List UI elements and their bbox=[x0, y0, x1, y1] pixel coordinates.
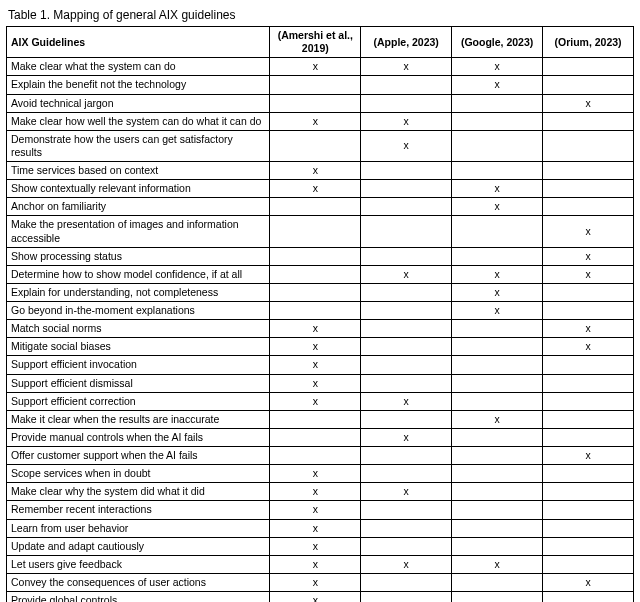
guideline-label: Learn from user behavior bbox=[7, 519, 270, 537]
mark-cell bbox=[543, 465, 634, 483]
table-row: Learn from user behaviorx bbox=[7, 519, 634, 537]
mark-cell bbox=[452, 338, 543, 356]
mark-cell: x bbox=[543, 573, 634, 591]
guideline-label: Demonstrate how the users can get satisf… bbox=[7, 130, 270, 161]
mark-cell: x bbox=[452, 198, 543, 216]
table-row: Remember recent interactionsx bbox=[7, 501, 634, 519]
guideline-label: Avoid technical jargon bbox=[7, 94, 270, 112]
mark-cell bbox=[543, 283, 634, 301]
mark-cell bbox=[452, 247, 543, 265]
mark-cell: x bbox=[361, 428, 452, 446]
mark-cell: x bbox=[452, 265, 543, 283]
mark-cell bbox=[361, 162, 452, 180]
mark-cell bbox=[270, 198, 361, 216]
table-row: Update and adapt cautiouslyx bbox=[7, 537, 634, 555]
mark-cell bbox=[361, 180, 452, 198]
mark-cell bbox=[270, 94, 361, 112]
mark-cell bbox=[361, 356, 452, 374]
mark-cell bbox=[543, 58, 634, 76]
table-row: Make it clear when the results are inacc… bbox=[7, 410, 634, 428]
mark-cell: x bbox=[452, 58, 543, 76]
table-row: Go beyond in-the-moment explanationsx bbox=[7, 302, 634, 320]
mark-cell: x bbox=[543, 447, 634, 465]
mark-cell bbox=[543, 537, 634, 555]
guideline-label: Show processing status bbox=[7, 247, 270, 265]
mark-cell: x bbox=[361, 555, 452, 573]
guideline-label: Go beyond in-the-moment explanations bbox=[7, 302, 270, 320]
mark-cell: x bbox=[452, 410, 543, 428]
guideline-label: Scope services when in doubt bbox=[7, 465, 270, 483]
mark-cell bbox=[452, 112, 543, 130]
table-row: Make the presentation of images and info… bbox=[7, 216, 634, 247]
mark-cell bbox=[543, 356, 634, 374]
mark-cell bbox=[543, 410, 634, 428]
mark-cell: x bbox=[543, 265, 634, 283]
table-row: Support efficient dismissalx bbox=[7, 374, 634, 392]
table-row: Explain the benefit not the technologyx bbox=[7, 76, 634, 94]
mark-cell: x bbox=[361, 483, 452, 501]
mark-cell bbox=[452, 428, 543, 446]
mark-cell bbox=[361, 374, 452, 392]
mark-cell bbox=[452, 573, 543, 591]
mark-cell bbox=[452, 465, 543, 483]
mark-cell bbox=[543, 180, 634, 198]
guideline-label: Support efficient dismissal bbox=[7, 374, 270, 392]
mark-cell bbox=[361, 465, 452, 483]
guideline-label: Update and adapt cautiously bbox=[7, 537, 270, 555]
table-row: Demonstrate how the users can get satisf… bbox=[7, 130, 634, 161]
mark-cell bbox=[452, 374, 543, 392]
mark-cell bbox=[543, 76, 634, 94]
mark-cell bbox=[361, 320, 452, 338]
guideline-label: Provide global controls bbox=[7, 592, 270, 603]
mark-cell: x bbox=[270, 320, 361, 338]
mark-cell bbox=[452, 320, 543, 338]
mark-cell bbox=[361, 198, 452, 216]
mark-cell bbox=[452, 356, 543, 374]
mark-cell bbox=[361, 447, 452, 465]
mark-cell: x bbox=[270, 501, 361, 519]
aix-mapping-table: AIX Guidelines (Amershi et al., 2019) (A… bbox=[6, 26, 634, 602]
table-row: Scope services when in doubtx bbox=[7, 465, 634, 483]
table-row: Explain for understanding, not completen… bbox=[7, 283, 634, 301]
mark-cell bbox=[452, 130, 543, 161]
mark-cell bbox=[270, 130, 361, 161]
guideline-label: Remember recent interactions bbox=[7, 501, 270, 519]
mark-cell bbox=[452, 483, 543, 501]
mark-cell bbox=[543, 592, 634, 603]
mark-cell: x bbox=[270, 180, 361, 198]
mark-cell: x bbox=[270, 374, 361, 392]
mark-cell: x bbox=[270, 112, 361, 130]
guideline-label: Determine how to show model confidence, … bbox=[7, 265, 270, 283]
mark-cell bbox=[270, 428, 361, 446]
guideline-label: Make clear how well the system can do wh… bbox=[7, 112, 270, 130]
table-header-row: AIX Guidelines (Amershi et al., 2019) (A… bbox=[7, 27, 634, 58]
mark-cell bbox=[361, 573, 452, 591]
mark-cell bbox=[452, 519, 543, 537]
table-row: Match social normsxx bbox=[7, 320, 634, 338]
mark-cell bbox=[270, 410, 361, 428]
guideline-label: Support efficient invocation bbox=[7, 356, 270, 374]
guideline-label: Provide manual controls when the AI fail… bbox=[7, 428, 270, 446]
mark-cell: x bbox=[361, 392, 452, 410]
mark-cell bbox=[543, 392, 634, 410]
mark-cell: x bbox=[543, 338, 634, 356]
mark-cell bbox=[543, 112, 634, 130]
table-row: Make clear why the system did what it di… bbox=[7, 483, 634, 501]
mark-cell bbox=[543, 374, 634, 392]
mark-cell bbox=[543, 130, 634, 161]
table-row: Support efficient correctionxx bbox=[7, 392, 634, 410]
table-row: Provide global controlsx bbox=[7, 592, 634, 603]
guideline-label: Let users give feedback bbox=[7, 555, 270, 573]
mark-cell bbox=[452, 537, 543, 555]
table-row: Determine how to show model confidence, … bbox=[7, 265, 634, 283]
mark-cell bbox=[543, 555, 634, 573]
mark-cell: x bbox=[270, 356, 361, 374]
mark-cell bbox=[361, 410, 452, 428]
mark-cell: x bbox=[270, 58, 361, 76]
mark-cell bbox=[543, 501, 634, 519]
mark-cell bbox=[543, 162, 634, 180]
mark-cell: x bbox=[270, 392, 361, 410]
mark-cell bbox=[270, 216, 361, 247]
table-row: Convey the consequences of user actionsx… bbox=[7, 573, 634, 591]
mark-cell: x bbox=[543, 216, 634, 247]
